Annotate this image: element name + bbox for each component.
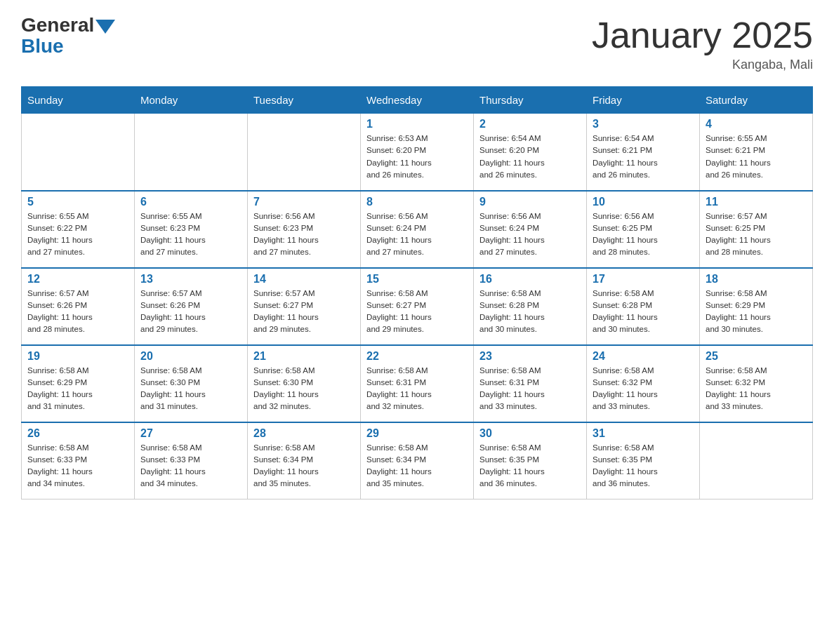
- calendar-cell: 5Sunrise: 6:55 AM Sunset: 6:22 PM Daylig…: [22, 191, 135, 268]
- calendar-cell: 25Sunrise: 6:58 AM Sunset: 6:32 PM Dayli…: [700, 345, 813, 422]
- calendar-subtitle: Kangaba, Mali: [592, 58, 813, 72]
- day-number: 1: [366, 118, 468, 130]
- day-number: 5: [27, 196, 128, 208]
- day-info: Sunrise: 6:57 AM Sunset: 6:25 PM Dayligh…: [706, 210, 807, 259]
- day-number: 18: [706, 273, 807, 286]
- day-number: 27: [140, 427, 241, 440]
- day-info: Sunrise: 6:58 AM Sunset: 6:31 PM Dayligh…: [479, 365, 581, 413]
- calendar-cell: 12Sunrise: 6:57 AM Sunset: 6:26 PM Dayli…: [22, 268, 135, 345]
- calendar-cell: [700, 422, 813, 499]
- column-header-monday: Monday: [135, 87, 248, 114]
- day-info: Sunrise: 6:55 AM Sunset: 6:23 PM Dayligh…: [140, 210, 241, 259]
- day-info: Sunrise: 6:58 AM Sunset: 6:34 PM Dayligh…: [253, 442, 355, 490]
- week-row-5: 26Sunrise: 6:58 AM Sunset: 6:33 PM Dayli…: [22, 422, 813, 499]
- day-info: Sunrise: 6:58 AM Sunset: 6:30 PM Dayligh…: [140, 365, 241, 413]
- day-info: Sunrise: 6:54 AM Sunset: 6:20 PM Dayligh…: [479, 133, 581, 181]
- logo: General Blue: [21, 14, 115, 58]
- calendar-cell: 6Sunrise: 6:55 AM Sunset: 6:23 PM Daylig…: [135, 191, 248, 268]
- day-number: 3: [593, 118, 694, 130]
- day-info: Sunrise: 6:58 AM Sunset: 6:29 PM Dayligh…: [27, 365, 128, 413]
- day-number: 4: [706, 118, 807, 130]
- day-number: 23: [479, 350, 581, 363]
- day-info: Sunrise: 6:58 AM Sunset: 6:33 PM Dayligh…: [27, 442, 128, 490]
- calendar-cell: 18Sunrise: 6:58 AM Sunset: 6:29 PM Dayli…: [700, 268, 813, 345]
- calendar-cell: 1Sunrise: 6:53 AM Sunset: 6:20 PM Daylig…: [361, 114, 474, 191]
- logo-general-text: General: [21, 14, 94, 36]
- calendar-cell: 23Sunrise: 6:58 AM Sunset: 6:31 PM Dayli…: [474, 345, 587, 422]
- page-header: General Blue January 2025 Kangaba, Mali: [21, 14, 813, 72]
- day-number: 26: [27, 427, 128, 440]
- day-info: Sunrise: 6:56 AM Sunset: 6:24 PM Dayligh…: [366, 210, 468, 259]
- day-number: 9: [479, 196, 581, 208]
- day-info: Sunrise: 6:58 AM Sunset: 6:31 PM Dayligh…: [366, 365, 468, 413]
- header-row: SundayMondayTuesdayWednesdayThursdayFrid…: [22, 87, 813, 114]
- day-number: 21: [253, 350, 355, 363]
- calendar-cell: 7Sunrise: 6:56 AM Sunset: 6:23 PM Daylig…: [248, 191, 361, 268]
- day-info: Sunrise: 6:56 AM Sunset: 6:25 PM Dayligh…: [593, 210, 694, 259]
- day-info: Sunrise: 6:58 AM Sunset: 6:34 PM Dayligh…: [366, 442, 468, 490]
- calendar-cell: 11Sunrise: 6:57 AM Sunset: 6:25 PM Dayli…: [700, 191, 813, 268]
- calendar-cell: 10Sunrise: 6:56 AM Sunset: 6:25 PM Dayli…: [587, 191, 700, 268]
- calendar-cell: 31Sunrise: 6:58 AM Sunset: 6:35 PM Dayli…: [587, 422, 700, 499]
- day-number: 14: [253, 273, 355, 286]
- column-header-tuesday: Tuesday: [248, 87, 361, 114]
- column-header-saturday: Saturday: [700, 87, 813, 114]
- day-info: Sunrise: 6:58 AM Sunset: 6:28 PM Dayligh…: [479, 288, 581, 336]
- calendar-cell: 3Sunrise: 6:54 AM Sunset: 6:21 PM Daylig…: [587, 114, 700, 191]
- calendar-cell: [22, 114, 135, 191]
- day-info: Sunrise: 6:56 AM Sunset: 6:23 PM Dayligh…: [253, 210, 355, 259]
- calendar-cell: 15Sunrise: 6:58 AM Sunset: 6:27 PM Dayli…: [361, 268, 474, 345]
- day-info: Sunrise: 6:56 AM Sunset: 6:24 PM Dayligh…: [479, 210, 581, 259]
- calendar-cell: 17Sunrise: 6:58 AM Sunset: 6:28 PM Dayli…: [587, 268, 700, 345]
- day-info: Sunrise: 6:58 AM Sunset: 6:33 PM Dayligh…: [140, 442, 241, 490]
- calendar-cell: 22Sunrise: 6:58 AM Sunset: 6:31 PM Dayli…: [361, 345, 474, 422]
- calendar-cell: 16Sunrise: 6:58 AM Sunset: 6:28 PM Dayli…: [474, 268, 587, 345]
- day-info: Sunrise: 6:55 AM Sunset: 6:21 PM Dayligh…: [706, 133, 807, 181]
- day-number: 11: [706, 196, 807, 208]
- week-row-2: 5Sunrise: 6:55 AM Sunset: 6:22 PM Daylig…: [22, 191, 813, 268]
- calendar-cell: 13Sunrise: 6:57 AM Sunset: 6:26 PM Dayli…: [135, 268, 248, 345]
- column-header-sunday: Sunday: [22, 87, 135, 114]
- day-info: Sunrise: 6:55 AM Sunset: 6:22 PM Dayligh…: [27, 210, 128, 259]
- calendar-cell: [135, 114, 248, 191]
- calendar-title: January 2025: [592, 14, 813, 56]
- day-info: Sunrise: 6:58 AM Sunset: 6:29 PM Dayligh…: [706, 288, 807, 336]
- calendar-cell: 24Sunrise: 6:58 AM Sunset: 6:32 PM Dayli…: [587, 345, 700, 422]
- calendar-title-section: January 2025 Kangaba, Mali: [592, 14, 813, 72]
- day-number: 2: [479, 118, 581, 130]
- day-number: 24: [593, 350, 694, 363]
- day-number: 8: [366, 196, 468, 208]
- calendar-cell: [248, 114, 361, 191]
- day-info: Sunrise: 6:58 AM Sunset: 6:35 PM Dayligh…: [593, 442, 694, 490]
- day-info: Sunrise: 6:58 AM Sunset: 6:35 PM Dayligh…: [479, 442, 581, 490]
- calendar-cell: 30Sunrise: 6:58 AM Sunset: 6:35 PM Dayli…: [474, 422, 587, 499]
- calendar-cell: 21Sunrise: 6:58 AM Sunset: 6:30 PM Dayli…: [248, 345, 361, 422]
- day-info: Sunrise: 6:58 AM Sunset: 6:32 PM Dayligh…: [706, 365, 807, 413]
- day-number: 6: [140, 196, 241, 208]
- day-number: 13: [140, 273, 241, 286]
- calendar-cell: 27Sunrise: 6:58 AM Sunset: 6:33 PM Dayli…: [135, 422, 248, 499]
- day-number: 7: [253, 196, 355, 208]
- calendar-cell: 20Sunrise: 6:58 AM Sunset: 6:30 PM Dayli…: [135, 345, 248, 422]
- week-row-1: 1Sunrise: 6:53 AM Sunset: 6:20 PM Daylig…: [22, 114, 813, 191]
- calendar-cell: 9Sunrise: 6:56 AM Sunset: 6:24 PM Daylig…: [474, 191, 587, 268]
- week-row-3: 12Sunrise: 6:57 AM Sunset: 6:26 PM Dayli…: [22, 268, 813, 345]
- day-number: 12: [27, 273, 128, 286]
- calendar-cell: 19Sunrise: 6:58 AM Sunset: 6:29 PM Dayli…: [22, 345, 135, 422]
- day-number: 19: [27, 350, 128, 363]
- day-info: Sunrise: 6:57 AM Sunset: 6:27 PM Dayligh…: [253, 288, 355, 336]
- day-number: 22: [366, 350, 468, 363]
- column-header-wednesday: Wednesday: [361, 87, 474, 114]
- calendar-cell: 29Sunrise: 6:58 AM Sunset: 6:34 PM Dayli…: [361, 422, 474, 499]
- day-number: 20: [140, 350, 241, 363]
- calendar-cell: 2Sunrise: 6:54 AM Sunset: 6:20 PM Daylig…: [474, 114, 587, 191]
- day-number: 30: [479, 427, 581, 440]
- day-number: 10: [593, 196, 694, 208]
- day-number: 29: [366, 427, 468, 440]
- calendar-cell: 8Sunrise: 6:56 AM Sunset: 6:24 PM Daylig…: [361, 191, 474, 268]
- day-number: 16: [479, 273, 581, 286]
- day-info: Sunrise: 6:54 AM Sunset: 6:21 PM Dayligh…: [593, 133, 694, 181]
- day-info: Sunrise: 6:58 AM Sunset: 6:27 PM Dayligh…: [366, 288, 468, 336]
- logo-blue-text: Blue: [21, 35, 64, 58]
- column-header-thursday: Thursday: [474, 87, 587, 114]
